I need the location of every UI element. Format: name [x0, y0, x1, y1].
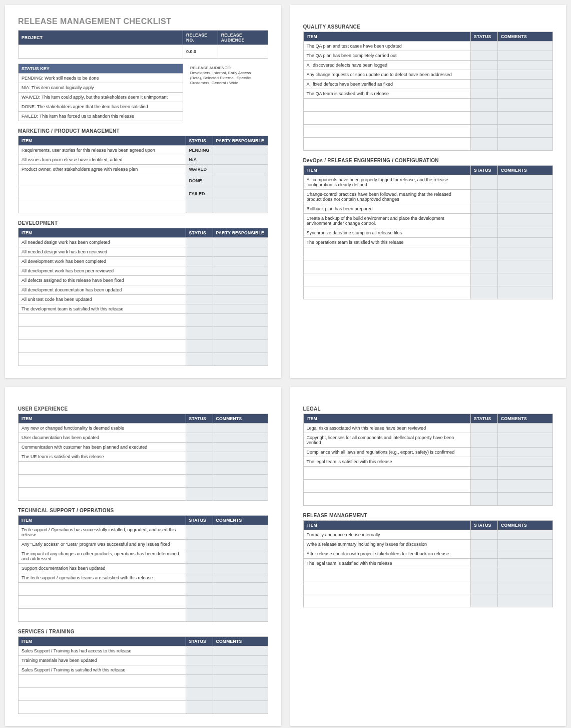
- status-cell[interactable]: [471, 540, 498, 549]
- comments-cell[interactable]: [498, 125, 553, 138]
- status-cell[interactable]: [186, 525, 213, 540]
- release-audience-value[interactable]: [218, 45, 268, 59]
- status-cell[interactable]: [471, 70, 498, 80]
- party-cell[interactable]: [213, 257, 268, 266]
- status-cell[interactable]: [471, 480, 498, 493]
- comments-cell[interactable]: [498, 467, 553, 480]
- comments-cell[interactable]: [213, 488, 268, 501]
- party-cell[interactable]: [213, 285, 268, 295]
- comments-cell[interactable]: [213, 656, 268, 665]
- status-cell[interactable]: [471, 260, 498, 273]
- status-cell[interactable]: [186, 452, 213, 462]
- comments-cell[interactable]: [213, 443, 268, 452]
- party-cell[interactable]: [213, 266, 268, 276]
- status-cell[interactable]: [471, 559, 498, 568]
- party-cell[interactable]: [213, 146, 268, 155]
- comments-cell[interactable]: [213, 675, 268, 688]
- comments-cell[interactable]: [213, 462, 268, 475]
- comments-cell[interactable]: [498, 448, 553, 457]
- comments-cell[interactable]: [498, 190, 553, 204]
- party-cell[interactable]: [213, 155, 268, 165]
- party-cell[interactable]: [213, 314, 268, 327]
- status-cell[interactable]: [471, 99, 498, 112]
- status-cell[interactable]: [471, 125, 498, 138]
- status-cell[interactable]: [186, 583, 213, 596]
- comments-cell[interactable]: [498, 530, 553, 540]
- comments-cell[interactable]: [213, 475, 268, 488]
- status-cell[interactable]: [471, 568, 498, 581]
- status-cell[interactable]: [186, 665, 213, 675]
- status-cell[interactable]: [186, 276, 213, 285]
- status-cell[interactable]: [186, 295, 213, 304]
- status-cell[interactable]: [186, 675, 213, 688]
- status-cell[interactable]: [471, 273, 498, 286]
- comments-cell[interactable]: [213, 433, 268, 443]
- status-cell[interactable]: [186, 462, 213, 475]
- status-cell[interactable]: N/A: [186, 155, 213, 165]
- status-cell[interactable]: [471, 51, 498, 61]
- comments-cell[interactable]: [498, 112, 553, 125]
- status-cell[interactable]: [471, 433, 498, 448]
- comments-cell[interactable]: [498, 273, 553, 286]
- party-cell[interactable]: [213, 165, 268, 174]
- comments-cell[interactable]: [498, 594, 553, 607]
- status-cell[interactable]: [186, 200, 213, 213]
- comments-cell[interactable]: [498, 42, 553, 51]
- comments-cell[interactable]: [213, 540, 268, 549]
- status-cell[interactable]: WAIVED: [186, 165, 213, 174]
- status-cell[interactable]: [471, 175, 498, 190]
- status-cell[interactable]: [186, 596, 213, 609]
- status-cell[interactable]: [186, 701, 213, 714]
- status-cell[interactable]: [186, 257, 213, 266]
- release-no-value[interactable]: 0.0.0: [183, 45, 218, 59]
- comments-cell[interactable]: [498, 214, 553, 228]
- status-cell[interactable]: [471, 138, 498, 151]
- status-cell[interactable]: [186, 314, 213, 327]
- status-cell[interactable]: [186, 424, 213, 433]
- status-cell[interactable]: [471, 80, 498, 89]
- status-cell[interactable]: [186, 488, 213, 501]
- status-cell[interactable]: [471, 42, 498, 51]
- status-cell[interactable]: [186, 238, 213, 247]
- comments-cell[interactable]: [498, 138, 553, 151]
- status-cell[interactable]: [186, 327, 213, 340]
- status-cell[interactable]: [471, 247, 498, 260]
- status-cell[interactable]: [186, 573, 213, 583]
- status-cell[interactable]: [186, 285, 213, 295]
- party-cell[interactable]: [213, 247, 268, 257]
- status-cell[interactable]: [471, 493, 498, 506]
- party-cell[interactable]: [213, 295, 268, 304]
- status-cell[interactable]: [186, 609, 213, 622]
- comments-cell[interactable]: [498, 61, 553, 70]
- comments-cell[interactable]: [213, 583, 268, 596]
- status-cell[interactable]: [186, 304, 213, 314]
- party-cell[interactable]: [213, 187, 268, 200]
- party-cell[interactable]: [213, 327, 268, 340]
- status-cell[interactable]: [471, 112, 498, 125]
- status-cell[interactable]: [471, 549, 498, 559]
- status-cell[interactable]: [186, 443, 213, 452]
- comments-cell[interactable]: [213, 573, 268, 583]
- status-cell[interactable]: [471, 530, 498, 540]
- status-cell[interactable]: [186, 353, 213, 366]
- comments-cell[interactable]: [498, 260, 553, 273]
- status-cell[interactable]: [186, 688, 213, 701]
- status-cell[interactable]: [471, 448, 498, 457]
- comments-cell[interactable]: [213, 701, 268, 714]
- comments-cell[interactable]: [498, 175, 553, 190]
- status-cell[interactable]: [471, 424, 498, 433]
- status-cell[interactable]: [471, 61, 498, 70]
- status-cell[interactable]: [471, 204, 498, 214]
- comments-cell[interactable]: [498, 549, 553, 559]
- status-cell[interactable]: [186, 247, 213, 257]
- project-value[interactable]: [19, 45, 183, 59]
- comments-cell[interactable]: [498, 238, 553, 247]
- comments-cell[interactable]: [498, 581, 553, 594]
- party-cell[interactable]: [213, 304, 268, 314]
- status-cell[interactable]: [471, 594, 498, 607]
- status-cell[interactable]: [471, 286, 498, 299]
- comments-cell[interactable]: [498, 568, 553, 581]
- status-cell[interactable]: FAILED: [186, 187, 213, 200]
- comments-cell[interactable]: [213, 564, 268, 573]
- comments-cell[interactable]: [498, 228, 553, 238]
